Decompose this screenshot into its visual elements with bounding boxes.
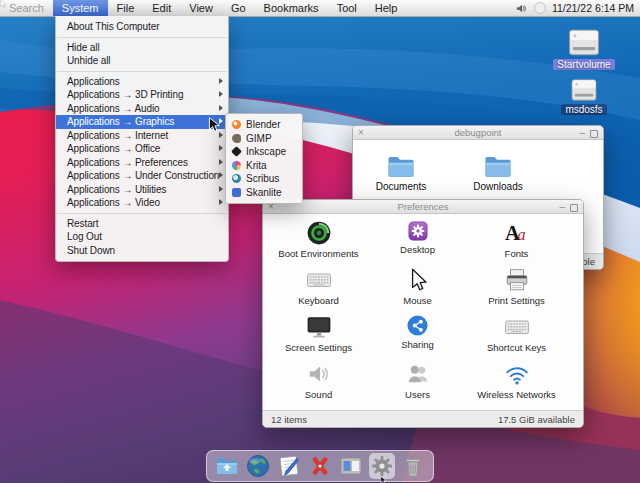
minimize-icon[interactable] [579,126,585,139]
dock-trash[interactable] [400,453,426,479]
dock-utilities[interactable] [307,453,333,479]
menu-item-applications-under-construction[interactable]: Applications → Under Construction [56,169,228,183]
folder-icon [386,154,416,179]
dock-web-browser[interactable] [245,453,271,479]
globe-icon [246,454,270,478]
submenu-arrow-icon [219,159,223,165]
dock-text-editor[interactable] [276,453,302,479]
dock-system-panel[interactable] [338,453,364,479]
folder-icon [483,154,513,179]
menu-item-applications-office[interactable]: Applications → Office [56,142,228,156]
gimp-icon [232,134,241,143]
submenu-item-scribus[interactable]: Scribus [226,172,302,186]
preferences-titlebar[interactable]: Preferences [263,200,583,214]
monitor-icon [306,314,332,340]
menu-item-applications-graphics[interactable]: Applications → Graphics [56,115,228,129]
prefs-item-desktop[interactable]: Desktop [368,218,467,265]
submenu-item-blender[interactable]: Blender [226,118,302,132]
home-folder-icon [215,454,239,478]
inkscape-icon [231,146,242,157]
menu-go[interactable]: Go [222,0,255,16]
preferences-window: Preferences Boot Environments Desktop Fo… [262,199,584,428]
menu-item-unhide-all[interactable]: Unhide all [56,54,228,68]
available-space-text: 17.5 GiB available [498,414,575,425]
menu-file[interactable]: File [108,0,144,16]
menubar: Search System File Edit View Go Bookmark… [0,0,640,17]
menu-edit[interactable]: Edit [143,0,180,16]
menu-item-applications-video[interactable]: Applications → Video [56,196,228,210]
menu-view[interactable]: View [180,0,222,16]
menu-tool[interactable]: Tool [328,0,366,16]
menu-item-applications-3d-printing[interactable]: Applications → 3D Printing [56,88,228,102]
submenu-arrow-icon [219,186,223,192]
prefs-item-boot-environments[interactable]: Boot Environments [269,218,368,265]
maximize-icon[interactable] [590,130,598,138]
menu-item-about[interactable]: About This Computer [56,20,228,34]
menu-item-shut-down[interactable]: Shut Down [56,244,228,258]
folder-documents[interactable]: Documents [370,154,432,192]
preferences-statusbar: 12 items 17.5 GiB available [263,410,583,427]
menu-item-hide-all[interactable]: Hide all [56,41,228,55]
prefs-item-label: Sound [305,389,332,400]
submenu-item-krita[interactable]: Krita [226,159,302,173]
prefs-item-wireless-networks[interactable]: Wireless Networks [467,359,566,406]
submenu-item-skanlite[interactable]: Skanlite [226,186,302,200]
menu-item-applications[interactable]: Applications [56,75,228,89]
prefs-item-screen-settings[interactable]: Screen Settings [269,312,368,359]
status-indicator-icon[interactable] [534,2,546,14]
maximize-icon[interactable] [570,204,578,212]
close-icon[interactable] [358,126,364,139]
menu-separator [57,213,227,214]
graphics-submenu: Blender GIMP Inkscape Krita Scribus Skan… [225,113,303,204]
item-count-text: 12 items [271,414,307,425]
menu-item-restart[interactable]: Restart [56,217,228,231]
menu-item-applications-preferences[interactable]: Applications → Preferences [56,156,228,170]
minimize-icon[interactable] [559,200,565,213]
volume-icon[interactable] [515,2,528,15]
menu-item-log-out[interactable]: Log Out [56,230,228,244]
users-icon [405,361,431,387]
debugpoint-titlebar[interactable]: debugpoint [353,126,603,140]
menu-separator [57,37,227,38]
prefs-item-users[interactable]: Users [368,359,467,406]
menubar-status-area: 11/21/22 6:14 PM [515,0,640,16]
prefs-item-print-settings[interactable]: Print Settings [467,265,566,312]
krita-icon [232,161,241,170]
prefs-item-label: Wireless Networks [477,389,556,400]
submenu-item-gimp[interactable]: GIMP [226,132,302,146]
menu-bookmarks[interactable]: Bookmarks [255,0,328,16]
blender-icon [232,120,241,129]
menu-help[interactable]: Help [366,0,407,16]
folder-downloads[interactable]: Downloads [467,154,529,192]
menu-item-applications-audio[interactable]: Applications → Audio [56,102,228,116]
utility-knife-icon [308,454,332,478]
skanlite-icon [232,188,241,197]
menu-item-applications-internet[interactable]: Applications → Internet [56,129,228,143]
prefs-item-sound[interactable]: Sound [269,359,368,406]
desktop: Startvolume msdosfs debugpoint Documents… [0,0,640,483]
prefs-item-label: Desktop [400,244,435,255]
prefs-item-label: Sharing [401,339,434,350]
prefs-item-mouse[interactable]: Mouse [368,265,467,312]
prefs-item-sharing[interactable]: Sharing [368,312,467,359]
desktop-icon-msdosfs[interactable]: msdosfs [548,78,620,115]
desktop-icon-label: Startvolume [553,59,614,70]
prefs-item-keyboard[interactable]: Keyboard [269,265,368,312]
mouse-pointer-icon [405,267,431,293]
prefs-item-shortcut-keys[interactable]: Shortcut Keys [467,312,566,359]
notepad-icon [277,454,301,478]
system-menu: About This Computer Hide all Unhide all … [55,16,229,262]
submenu-item-inkscape[interactable]: Inkscape [226,145,302,159]
menu-item-applications-utilities[interactable]: Applications → Utilities [56,183,228,197]
dock-file-manager[interactable] [214,453,240,479]
prefs-item-fonts[interactable]: Fonts [467,218,566,265]
keyboard-icon [306,267,332,293]
fonts-icon [504,220,530,246]
dock [206,450,434,482]
menu-system[interactable]: System [53,0,108,16]
clock[interactable]: 11/21/22 6:14 PM [552,2,634,14]
sharing-icon [406,314,429,337]
scribus-icon [232,174,241,183]
desktop-icon-startvolume[interactable]: Startvolume [548,28,620,70]
desktop-icon-label: msdosfs [561,104,606,115]
